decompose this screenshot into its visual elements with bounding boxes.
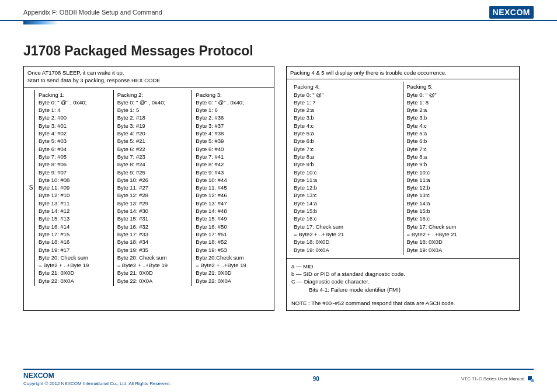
- manual-name: VTC 71-C Series User Manual: [461, 376, 524, 382]
- byte-line: Byte 3:b: [294, 114, 399, 121]
- byte-line: Byte 20: Check sum: [117, 254, 189, 261]
- byte-line: Byte 11: #45: [196, 184, 267, 191]
- byte-line: Byte 14: #12: [39, 207, 110, 215]
- byte-line: Byte 10: #44: [196, 176, 267, 184]
- byte-line: Byte 14:a: [294, 200, 399, 207]
- byte-line: Byte 8:a: [407, 153, 513, 160]
- byte-line: Byte 11: #09: [39, 184, 110, 191]
- page-header: Appendix F: OBDII Module Setup and Comma…: [0, 0, 557, 21]
- byte-line: Byte 2: #18: [117, 114, 189, 121]
- byte-line: Byte 16: #14: [39, 223, 110, 230]
- byte-line: Byte 13:c: [407, 191, 513, 199]
- legend-c: C — Diagnostic code character.: [291, 278, 514, 285]
- packing5-col: Packing 5:Byte 0: " @"Byte 1: 8Byte 2:aB…: [403, 82, 516, 255]
- page-number: 90: [313, 376, 319, 382]
- page-footer: NEXCOM Copyright © 2012 NEXCOM Internati…: [23, 369, 534, 386]
- byte-line: Byte 18: #16: [39, 238, 110, 246]
- byte-line: Byte 11:a: [407, 176, 513, 184]
- footer-icon: [528, 376, 534, 382]
- byte-line: Byte 3: #19: [117, 122, 189, 130]
- byte-line: Byte 21: 0X0D: [196, 269, 267, 276]
- byte-line: Byte 8: #06: [39, 160, 110, 168]
- byte-line: Byte 8: #24: [117, 160, 189, 168]
- content-area: Once AT1708 SLEEP, it can wake it up. St…: [0, 66, 557, 311]
- box1-header: Once AT1708 SLEEP, it can wake it up. St…: [24, 66, 274, 88]
- byte-line: Byte 12:b: [294, 184, 399, 191]
- box2-top-line1: Packing 4 & 5 will display only there is…: [290, 69, 516, 76]
- byte-line: Packing 5:: [407, 83, 513, 90]
- byte-line: Byte 10:c: [294, 169, 399, 176]
- byte-line: Byte 5:a: [407, 130, 513, 137]
- byte-line: Byte 8: #42: [196, 160, 267, 168]
- byte-line: Byte 1: 6: [196, 106, 267, 114]
- byte-line: Byte 16: #50: [196, 223, 267, 230]
- byte-line: Byte 4: #38: [196, 130, 267, 137]
- byte-line: Byte 4:c: [407, 122, 513, 130]
- byte-line: Byte 19: 0X0A: [294, 246, 399, 254]
- byte-line: Byte 6: #40: [196, 145, 267, 153]
- byte-line: Byte 14: #30: [117, 207, 189, 215]
- byte-line: Byte 20:Check sum: [196, 254, 267, 261]
- byte-line: Byte 10:c: [407, 169, 513, 176]
- byte-line: Byte 19: #35: [117, 246, 189, 254]
- byte-line: Byte 19: #53: [196, 246, 267, 254]
- box2-body: Packing 4:Byte 0: " @"Byte 1: 7Byte 2:aB…: [287, 79, 519, 258]
- byte-line: Byte 19: #17: [39, 246, 110, 254]
- byte-line: Byte 13: #29: [117, 200, 189, 207]
- byte-line: Byte 1: 5: [117, 106, 189, 114]
- footer-right: VTC 71-C Series User Manual: [461, 376, 534, 382]
- byte-line: Byte 21: 0X0D: [39, 269, 110, 276]
- box2-columns: Packing 4:Byte 0: " @"Byte 1: 7Byte 2:aB…: [290, 82, 516, 255]
- byte-line: Byte 0: " @" , 0x40;: [39, 99, 110, 106]
- s-label: S: [27, 90, 34, 286]
- byte-line: Byte 4: #20: [117, 130, 189, 137]
- byte-line: Byte 12: #28: [117, 191, 189, 199]
- legend-block: a — MID b — SID or PID of a standard dia…: [287, 258, 519, 310]
- byte-line: Byte 12: #10: [39, 191, 110, 199]
- byte-line: Byte 17: Check sum: [294, 223, 399, 230]
- protocol-box-2: Packing 4 & 5 will display only there is…: [286, 66, 520, 311]
- protocol-box-1: Once AT1708 SLEEP, it can wake it up. St…: [23, 66, 274, 311]
- byte-line: Byte 22: 0X0A: [196, 277, 267, 285]
- byte-line: Byte 3:b: [407, 114, 513, 121]
- byte-line: Packing 1:: [39, 91, 110, 99]
- byte-line: Byte 7: #23: [117, 153, 189, 160]
- byte-line: Byte 8:a: [294, 153, 399, 160]
- byte-line: Byte 0: " @" , 0x40;: [196, 99, 267, 106]
- byte-line: Byte 10: #08: [39, 176, 110, 184]
- byte-line: Byte 15: #31: [117, 215, 189, 222]
- byte-line: Byte 1: 7: [294, 99, 399, 106]
- byte-line: Byte 21: 0X0D: [117, 269, 189, 276]
- byte-line: Byte 6: #22: [117, 145, 189, 153]
- byte-line: Packing 2:: [117, 91, 189, 99]
- byte-line: Byte 10: #26: [117, 176, 189, 184]
- byte-line: Byte 5: #21: [117, 137, 189, 145]
- byte-line: Byte 5: #03: [39, 137, 110, 145]
- byte-line: Byte 18: #34: [117, 238, 189, 246]
- byte-line: Byte 17: #33: [117, 230, 189, 238]
- footer-logo: NEXCOM: [23, 372, 171, 380]
- byte-line: Byte 15: #49: [196, 215, 267, 222]
- byte-line: Byte 9:b: [294, 160, 399, 168]
- byte-line: Byte 0: " @": [407, 91, 513, 99]
- byte-line: Byte 13: #47: [196, 200, 267, 207]
- box2-header: Packing 4 & 5 will display only there is…: [287, 66, 519, 79]
- byte-line: Byte 14: #48: [196, 207, 267, 215]
- byte-line: = Byte2 + ..+Byte 19: [117, 261, 189, 269]
- byte-line: Byte 22: 0X0A: [39, 277, 110, 285]
- byte-line: Byte 7:c: [407, 145, 513, 153]
- byte-line: Byte 6:b: [407, 137, 513, 145]
- byte-line: Byte 1: 4: [39, 106, 110, 114]
- byte-line: Byte 17: #51: [196, 230, 267, 238]
- byte-line: Byte 9: #43: [196, 169, 267, 176]
- byte-line: Byte 2:a: [407, 106, 513, 114]
- byte-line: Byte 15:b: [294, 207, 399, 215]
- byte-line: Byte 9:b: [407, 160, 513, 168]
- byte-line: Byte 18: #52: [196, 238, 267, 246]
- byte-line: Byte 18: 0X0D: [407, 238, 513, 246]
- byte-line: Byte 4: #02: [39, 130, 110, 137]
- byte-line: Packing 3:: [196, 91, 267, 99]
- byte-line: = Byte2 + ..+Byte 19: [39, 261, 110, 269]
- byte-line: Byte 12:b: [407, 184, 513, 191]
- packing1-col: Packing 1:Byte 0: " @" , 0x40;Byte 1: 4B…: [35, 90, 114, 286]
